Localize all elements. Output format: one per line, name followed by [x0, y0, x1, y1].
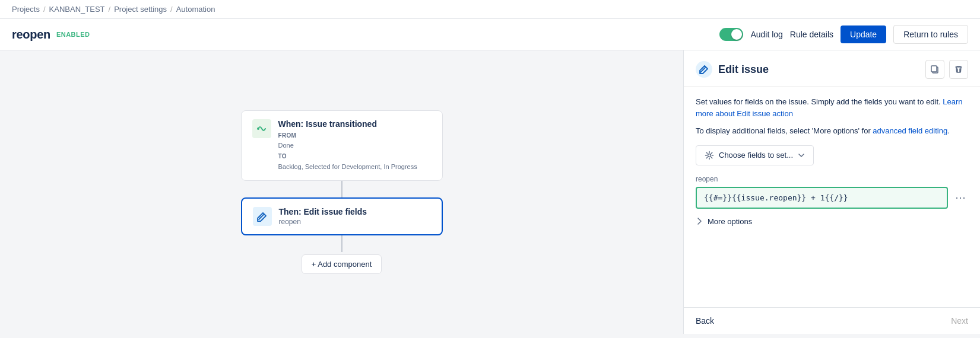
panel-title-icon: [696, 61, 712, 78]
more-options-row[interactable]: More options: [696, 217, 968, 226]
panel-title-row: Edit issue: [696, 61, 769, 78]
breadcrumb: Projects / KANBAN_TEST / Project setting…: [0, 0, 980, 19]
next-button: Next: [951, 316, 968, 326]
field-label: reopen: [696, 175, 968, 183]
svg-rect-2: [931, 66, 937, 72]
action-icon: [253, 207, 272, 226]
breadcrumb-sep-2: /: [109, 5, 111, 14]
enabled-badge: ENABLED: [56, 31, 90, 38]
breadcrumb-automation[interactable]: Automation: [176, 5, 215, 14]
svg-point-3: [708, 154, 711, 157]
display-desc-text: To display additional fields, select 'Mo…: [696, 126, 871, 135]
to-value: Backlog, Selected for Development, In Pr…: [278, 163, 417, 170]
add-component-button[interactable]: + Add component: [302, 254, 382, 274]
action-content: Then: Edit issue fields reopen: [279, 207, 367, 226]
panel-header-actions: [925, 60, 968, 79]
panel-description: Set values for fields on the issue. Simp…: [696, 96, 968, 119]
chevron-down-icon: [798, 152, 805, 159]
panel-desc-text: Set values for fields on the issue. Simp…: [696, 97, 941, 106]
from-label: FROM: [278, 132, 297, 139]
back-button[interactable]: Back: [696, 316, 714, 326]
svg-point-0: [257, 127, 259, 130]
action-title: Then: Edit issue fields: [279, 207, 367, 216]
main-content: When: Issue transitioned FROM Done TO Ba…: [0, 50, 980, 334]
right-panel: Edit issue Set values for fie: [683, 50, 980, 334]
field-more-button[interactable]: ⋯: [953, 189, 968, 206]
action-card[interactable]: Then: Edit issue fields reopen: [241, 197, 443, 235]
connector-2: [341, 235, 342, 252]
trigger-icon: [252, 119, 271, 138]
choose-fields-label: Choose fields to set...: [719, 151, 793, 160]
update-button[interactable]: Update: [841, 25, 886, 43]
chevron-right-icon: [696, 217, 704, 225]
choose-fields-button[interactable]: Choose fields to set...: [696, 145, 814, 165]
trigger-content: When: Issue transitioned FROM Done TO Ba…: [278, 119, 417, 172]
advanced-field-link[interactable]: advanced field editing: [873, 126, 947, 135]
header-bar: reopen ENABLED Audit log Rule details Up…: [0, 19, 980, 50]
panel-header: Edit issue: [684, 50, 980, 87]
field-input[interactable]: [696, 187, 948, 209]
header-right: Audit log Rule details Update Return to …: [719, 25, 968, 44]
gear-icon: [705, 151, 714, 160]
panel-desc2: To display additional fields, select 'Mo…: [696, 125, 968, 137]
rule-details-button[interactable]: Rule details: [790, 30, 833, 39]
canvas-area: When: Issue transitioned FROM Done TO Ba…: [0, 50, 683, 334]
flow-container: When: Issue transitioned FROM Done TO Ba…: [241, 110, 443, 274]
duplicate-button[interactable]: [925, 60, 944, 79]
enabled-toggle[interactable]: [719, 28, 743, 41]
panel-title: Edit issue: [718, 63, 769, 76]
breadcrumb-sep-1: /: [43, 5, 46, 14]
trigger-meta: FROM Done TO Backlog, Selected for Devel…: [278, 130, 417, 172]
panel-footer: Back Next: [684, 307, 980, 334]
panel-body: Set values for fields on the issue. Simp…: [684, 87, 980, 307]
connector-1: [341, 181, 342, 197]
trigger-title: When: Issue transitioned: [278, 119, 417, 129]
rule-title: reopen: [12, 28, 50, 42]
field-input-row: ⋯: [696, 187, 968, 209]
action-sub: reopen: [279, 218, 367, 226]
breadcrumb-sep-3: /: [170, 5, 173, 14]
header-left: reopen ENABLED: [12, 28, 90, 42]
audit-log-button[interactable]: Audit log: [750, 30, 782, 39]
field-section: reopen ⋯: [696, 175, 968, 209]
breadcrumb-project-settings[interactable]: Project settings: [114, 5, 167, 14]
from-value: Done: [278, 142, 294, 149]
return-to-rules-button[interactable]: Return to rules: [893, 25, 968, 44]
more-options-label: More options: [708, 217, 752, 226]
breadcrumb-projects[interactable]: Projects: [12, 5, 40, 14]
delete-button[interactable]: [949, 60, 968, 79]
to-label: TO: [278, 153, 287, 160]
trigger-card[interactable]: When: Issue transitioned FROM Done TO Ba…: [241, 110, 443, 181]
breadcrumb-kanban[interactable]: KANBAN_TEST: [49, 5, 105, 14]
